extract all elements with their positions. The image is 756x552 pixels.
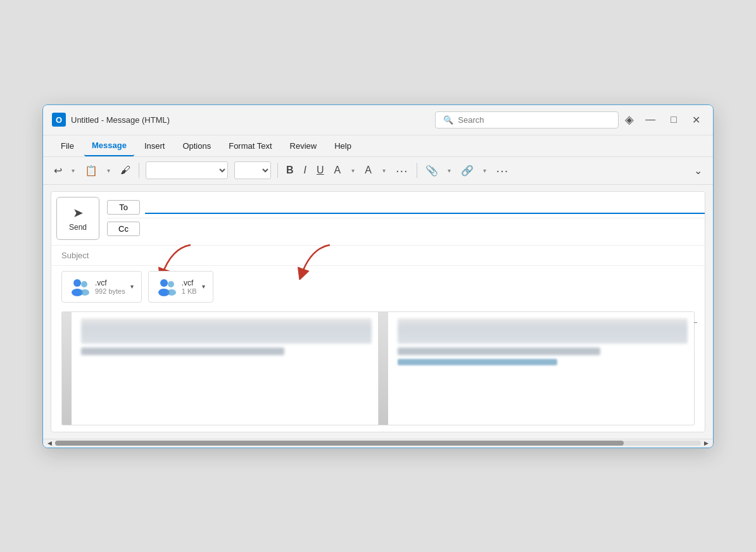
- card-2-content: [398, 318, 688, 365]
- title-bar-controls: ◈ — □ ✕: [625, 113, 704, 127]
- highlight-dropdown[interactable]: ▾: [347, 164, 359, 177]
- menu-review[interactable]: Review: [282, 136, 325, 156]
- svg-point-6: [168, 281, 174, 287]
- minimize-button[interactable]: —: [641, 113, 659, 127]
- font-size-dropdown[interactable]: [234, 161, 271, 179]
- menu-bar: File Message Insert Options Format Text …: [43, 135, 713, 157]
- send-button[interactable]: ➤ Send: [56, 197, 99, 240]
- to-input[interactable]: [145, 201, 705, 214]
- attachment-1-info: .vcf 992 bytes: [95, 279, 125, 295]
- diamond-icon: ◈: [625, 113, 634, 127]
- card-2-name: [398, 348, 601, 355]
- scrollbar-track[interactable]: [55, 441, 701, 446]
- maximize-button[interactable]: □: [667, 113, 681, 127]
- menu-file[interactable]: File: [53, 136, 82, 156]
- font-color-dropdown[interactable]: ▾: [378, 164, 390, 177]
- font-color-button[interactable]: A: [360, 161, 377, 179]
- send-icon: ➤: [73, 205, 84, 220]
- to-button[interactable]: To: [107, 200, 140, 215]
- horizontal-scrollbar[interactable]: ◀ ▶: [43, 439, 713, 448]
- outlook-icon: O: [52, 113, 66, 127]
- subject-label: Subject: [61, 251, 99, 260]
- search-input[interactable]: [458, 115, 610, 125]
- paste-group: 📋 ▾: [80, 161, 115, 180]
- bold-button[interactable]: B: [282, 161, 298, 179]
- separator-3: [417, 163, 417, 178]
- title-bar-left: O Untitled - Message (HTML): [52, 113, 429, 127]
- attachment-1-icon: [68, 275, 91, 298]
- attachments-list: .vcf 992 bytes ▾: [61, 271, 695, 303]
- underline-button[interactable]: U: [312, 161, 329, 179]
- cc-button[interactable]: Cc: [107, 222, 140, 236]
- search-bar[interactable]: 🔍: [435, 111, 619, 129]
- people-icon-1: [69, 276, 91, 298]
- attachment-1[interactable]: .vcf 992 bytes ▾: [61, 271, 142, 303]
- card-1-content: [81, 318, 372, 355]
- scrollbar-thumb: [55, 441, 624, 446]
- attachment-2-icon: [155, 275, 178, 298]
- attachment-2-info: .vcf 1 KB: [182, 279, 197, 295]
- contact-card-1: [62, 312, 379, 425]
- attachment-1-name: .vcf: [95, 279, 125, 287]
- menu-help[interactable]: Help: [327, 136, 359, 156]
- svg-point-0: [73, 279, 81, 287]
- menu-insert[interactable]: Insert: [137, 136, 173, 156]
- svg-point-2: [81, 281, 87, 287]
- format-painter-button[interactable]: 🖌: [116, 161, 135, 179]
- card-1-sidebar: [62, 312, 72, 425]
- scroll-left-arrow[interactable]: ◀: [46, 440, 54, 446]
- paste-button[interactable]: 📋: [80, 161, 102, 180]
- expand-toolbar-button[interactable]: ⌄: [690, 161, 707, 180]
- font-color-group: A ▾: [360, 161, 390, 179]
- undo-group: ↩ ▾: [49, 161, 79, 180]
- to-button-wrapper: To: [107, 200, 140, 215]
- message-container: ➤ Send To Cc: [51, 191, 705, 432]
- card-1-photo: [81, 318, 372, 344]
- subject-input[interactable]: [99, 249, 705, 261]
- attachment-2-dropdown[interactable]: ▾: [201, 283, 206, 290]
- window-title: Untitled - Message (HTML): [71, 115, 170, 125]
- undo-dropdown-button[interactable]: ▾: [67, 164, 79, 177]
- toolbar: ↩ ▾ 📋 ▾ 🖌 B I U A ▾ A ▾ ··· 📎 ▾: [43, 157, 713, 185]
- more-tools-button[interactable]: ···: [492, 160, 513, 181]
- attachment-2[interactable]: .vcf 1 KB ▾: [148, 271, 213, 303]
- contact-cards-display: [61, 311, 695, 425]
- card-2-sidebar: [379, 312, 388, 425]
- attachment-1-dropdown[interactable]: ▾: [129, 283, 135, 290]
- separator-1: [139, 163, 139, 178]
- card-2-photo: [398, 318, 688, 344]
- outlook-window: O Untitled - Message (HTML) 🔍 ◈ — □ ✕ Fi…: [42, 104, 714, 448]
- attachments-section: .vcf 992 bytes ▾: [51, 266, 705, 305]
- undo-button[interactable]: ↩: [49, 161, 66, 180]
- people-icon-2: [156, 276, 177, 298]
- highlight-group: A ▾: [330, 161, 360, 179]
- attach-button[interactable]: 📎: [421, 161, 443, 180]
- attachment-1-size: 992 bytes: [95, 287, 125, 295]
- link-button[interactable]: 🔗: [457, 161, 478, 180]
- svg-point-7: [167, 289, 176, 296]
- menu-options[interactable]: Options: [175, 136, 218, 156]
- paste-dropdown-button[interactable]: ▾: [103, 164, 115, 177]
- cc-button-wrapper: Cc: [107, 222, 140, 236]
- menu-format-text[interactable]: Format Text: [221, 136, 279, 156]
- more-format-button[interactable]: ···: [391, 160, 413, 181]
- search-icon: 🔍: [443, 115, 453, 125]
- scroll-right-arrow[interactable]: ▶: [702, 440, 710, 446]
- attachment-2-name: .vcf: [182, 279, 197, 287]
- svg-point-3: [80, 289, 89, 296]
- cc-input[interactable]: [145, 224, 705, 234]
- attach-dropdown[interactable]: ▾: [443, 164, 455, 177]
- font-family-dropdown[interactable]: [146, 161, 228, 179]
- highlight-button[interactable]: A: [330, 161, 347, 179]
- link-group: 🔗 ▾: [457, 161, 491, 180]
- card-1-name: [81, 348, 284, 355]
- subject-row: Subject: [51, 246, 705, 266]
- close-button[interactable]: ✕: [688, 113, 704, 127]
- italic-button[interactable]: I: [299, 161, 311, 179]
- card-2-detail: [398, 359, 557, 365]
- menu-message[interactable]: Message: [84, 135, 134, 156]
- link-dropdown[interactable]: ▾: [479, 164, 491, 177]
- contact-preview-area: —: [51, 311, 705, 425]
- attachment-2-size: 1 KB: [182, 287, 197, 295]
- attach-group: 📎 ▾: [421, 161, 455, 180]
